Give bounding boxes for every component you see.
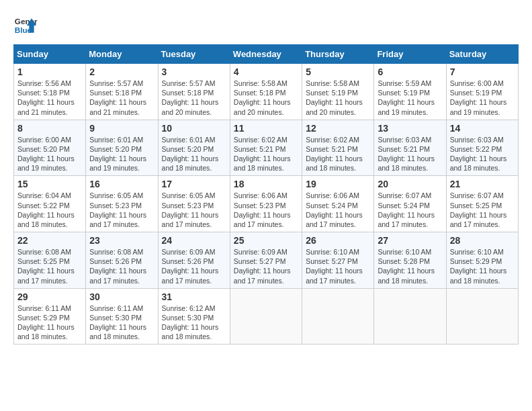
day-number: 27 bbox=[378, 235, 442, 246]
calendar-cell: 5Sunrise: 5:58 AMSunset: 5:19 PMDaylight… bbox=[302, 64, 374, 120]
day-number: 18 bbox=[234, 179, 298, 189]
day-info: Sunrise: 6:04 AMSunset: 5:22 PMDaylight:… bbox=[17, 191, 82, 229]
day-info: Sunrise: 6:08 AMSunset: 5:26 PMDaylight:… bbox=[89, 247, 154, 285]
day-info: Sunrise: 6:02 AMSunset: 5:21 PMDaylight:… bbox=[306, 135, 370, 173]
calendar-cell bbox=[446, 288, 518, 345]
calendar-cell: 13Sunrise: 6:03 AMSunset: 5:21 PMDayligh… bbox=[374, 120, 446, 176]
calendar-cell: 24Sunrise: 6:09 AMSunset: 5:26 PMDayligh… bbox=[158, 232, 230, 289]
day-info: Sunrise: 5:58 AMSunset: 5:19 PMDaylight:… bbox=[306, 79, 370, 117]
day-info: Sunrise: 6:01 AMSunset: 5:20 PMDaylight:… bbox=[89, 135, 154, 173]
calendar-cell: 18Sunrise: 6:06 AMSunset: 5:23 PMDayligh… bbox=[230, 176, 302, 232]
day-number: 3 bbox=[162, 66, 226, 77]
day-info: Sunrise: 6:10 AMSunset: 5:28 PMDaylight:… bbox=[378, 247, 442, 285]
day-info: Sunrise: 6:07 AMSunset: 5:24 PMDaylight:… bbox=[378, 191, 442, 229]
day-number: 15 bbox=[17, 179, 82, 189]
calendar-week-row: 29Sunrise: 6:11 AMSunset: 5:29 PMDayligh… bbox=[14, 288, 519, 345]
calendar-cell: 17Sunrise: 6:05 AMSunset: 5:23 PMDayligh… bbox=[158, 176, 230, 232]
day-info: Sunrise: 6:03 AMSunset: 5:22 PMDaylight:… bbox=[450, 135, 515, 173]
day-info: Sunrise: 5:57 AMSunset: 5:18 PMDaylight:… bbox=[89, 79, 154, 117]
calendar-cell: 22Sunrise: 6:08 AMSunset: 5:25 PMDayligh… bbox=[14, 232, 86, 289]
calendar-cell: 26Sunrise: 6:10 AMSunset: 5:27 PMDayligh… bbox=[302, 232, 374, 289]
column-header-saturday: Saturday bbox=[446, 45, 518, 64]
day-info: Sunrise: 6:06 AMSunset: 5:23 PMDaylight:… bbox=[234, 191, 298, 229]
logo: General Blue bbox=[13, 13, 38, 38]
day-number: 23 bbox=[89, 235, 154, 246]
calendar-cell: 21Sunrise: 6:07 AMSunset: 5:25 PMDayligh… bbox=[446, 176, 518, 232]
calendar-week-row: 1Sunrise: 5:56 AMSunset: 5:18 PMDaylight… bbox=[14, 64, 519, 120]
calendar-week-row: 8Sunrise: 6:00 AMSunset: 5:20 PMDaylight… bbox=[14, 120, 519, 176]
column-header-tuesday: Tuesday bbox=[158, 45, 230, 64]
calendar-cell: 9Sunrise: 6:01 AMSunset: 5:20 PMDaylight… bbox=[86, 120, 158, 176]
day-number: 16 bbox=[89, 179, 154, 189]
day-info: Sunrise: 6:09 AMSunset: 5:27 PMDaylight:… bbox=[234, 247, 298, 285]
calendar-header-row: SundayMondayTuesdayWednesdayThursdayFrid… bbox=[14, 45, 519, 64]
day-info: Sunrise: 6:02 AMSunset: 5:21 PMDaylight:… bbox=[234, 135, 298, 173]
column-header-friday: Friday bbox=[374, 45, 446, 64]
calendar: SundayMondayTuesdayWednesdayThursdayFrid… bbox=[13, 44, 519, 345]
day-number: 26 bbox=[306, 235, 370, 246]
calendar-cell: 8Sunrise: 6:00 AMSunset: 5:20 PMDaylight… bbox=[14, 120, 86, 176]
day-number: 24 bbox=[162, 235, 226, 246]
day-number: 22 bbox=[17, 235, 82, 246]
calendar-cell: 23Sunrise: 6:08 AMSunset: 5:26 PMDayligh… bbox=[86, 232, 158, 289]
day-number: 1 bbox=[17, 66, 82, 77]
calendar-cell: 14Sunrise: 6:03 AMSunset: 5:22 PMDayligh… bbox=[446, 120, 518, 176]
day-info: Sunrise: 6:11 AMSunset: 5:29 PMDaylight:… bbox=[17, 304, 82, 342]
calendar-cell: 31Sunrise: 6:12 AMSunset: 5:30 PMDayligh… bbox=[158, 288, 230, 345]
calendar-cell: 7Sunrise: 6:00 AMSunset: 5:19 PMDaylight… bbox=[446, 64, 518, 120]
day-info: Sunrise: 6:05 AMSunset: 5:23 PMDaylight:… bbox=[162, 191, 226, 229]
day-number: 13 bbox=[378, 123, 442, 134]
calendar-cell: 10Sunrise: 6:01 AMSunset: 5:20 PMDayligh… bbox=[158, 120, 230, 176]
calendar-week-row: 15Sunrise: 6:04 AMSunset: 5:22 PMDayligh… bbox=[14, 176, 519, 232]
calendar-cell: 29Sunrise: 6:11 AMSunset: 5:29 PMDayligh… bbox=[14, 288, 86, 345]
day-number: 28 bbox=[450, 235, 515, 246]
calendar-cell: 20Sunrise: 6:07 AMSunset: 5:24 PMDayligh… bbox=[374, 176, 446, 232]
calendar-cell: 16Sunrise: 6:05 AMSunset: 5:23 PMDayligh… bbox=[86, 176, 158, 232]
calendar-cell bbox=[230, 288, 302, 345]
day-number: 12 bbox=[306, 123, 370, 134]
calendar-week-row: 22Sunrise: 6:08 AMSunset: 5:25 PMDayligh… bbox=[14, 232, 519, 289]
calendar-cell: 2Sunrise: 5:57 AMSunset: 5:18 PMDaylight… bbox=[86, 64, 158, 120]
calendar-cell: 4Sunrise: 5:58 AMSunset: 5:18 PMDaylight… bbox=[230, 64, 302, 120]
calendar-cell: 11Sunrise: 6:02 AMSunset: 5:21 PMDayligh… bbox=[230, 120, 302, 176]
day-number: 25 bbox=[234, 235, 298, 246]
column-header-monday: Monday bbox=[86, 45, 158, 64]
day-number: 9 bbox=[89, 123, 154, 134]
day-number: 20 bbox=[378, 179, 442, 189]
day-info: Sunrise: 6:01 AMSunset: 5:20 PMDaylight:… bbox=[162, 135, 226, 173]
day-info: Sunrise: 6:00 AMSunset: 5:19 PMDaylight:… bbox=[450, 79, 515, 117]
calendar-cell: 15Sunrise: 6:04 AMSunset: 5:22 PMDayligh… bbox=[14, 176, 86, 232]
day-info: Sunrise: 6:10 AMSunset: 5:27 PMDaylight:… bbox=[306, 247, 370, 285]
day-info: Sunrise: 5:59 AMSunset: 5:19 PMDaylight:… bbox=[378, 79, 442, 117]
calendar-cell: 25Sunrise: 6:09 AMSunset: 5:27 PMDayligh… bbox=[230, 232, 302, 289]
calendar-cell: 12Sunrise: 6:02 AMSunset: 5:21 PMDayligh… bbox=[302, 120, 374, 176]
calendar-cell: 1Sunrise: 5:56 AMSunset: 5:18 PMDaylight… bbox=[14, 64, 86, 120]
calendar-cell bbox=[374, 288, 446, 345]
day-info: Sunrise: 6:07 AMSunset: 5:25 PMDaylight:… bbox=[450, 191, 515, 229]
day-info: Sunrise: 6:06 AMSunset: 5:24 PMDaylight:… bbox=[306, 191, 370, 229]
day-number: 30 bbox=[89, 291, 154, 302]
day-number: 14 bbox=[450, 123, 515, 134]
day-number: 6 bbox=[378, 66, 442, 77]
day-number: 11 bbox=[234, 123, 298, 134]
day-number: 19 bbox=[306, 179, 370, 189]
day-info: Sunrise: 6:03 AMSunset: 5:21 PMDaylight:… bbox=[378, 135, 442, 173]
calendar-cell: 3Sunrise: 5:57 AMSunset: 5:18 PMDaylight… bbox=[158, 64, 230, 120]
column-header-thursday: Thursday bbox=[302, 45, 374, 64]
day-info: Sunrise: 6:00 AMSunset: 5:20 PMDaylight:… bbox=[17, 135, 82, 173]
day-number: 7 bbox=[450, 66, 515, 77]
day-info: Sunrise: 6:11 AMSunset: 5:30 PMDaylight:… bbox=[89, 304, 154, 342]
day-info: Sunrise: 6:12 AMSunset: 5:30 PMDaylight:… bbox=[162, 304, 226, 342]
day-info: Sunrise: 5:58 AMSunset: 5:18 PMDaylight:… bbox=[234, 79, 298, 117]
logo-icon: General Blue bbox=[13, 13, 38, 38]
column-header-sunday: Sunday bbox=[14, 45, 86, 64]
calendar-cell: 6Sunrise: 5:59 AMSunset: 5:19 PMDaylight… bbox=[374, 64, 446, 120]
calendar-cell: 28Sunrise: 6:10 AMSunset: 5:29 PMDayligh… bbox=[446, 232, 518, 289]
day-number: 8 bbox=[17, 123, 82, 134]
calendar-cell: 27Sunrise: 6:10 AMSunset: 5:28 PMDayligh… bbox=[374, 232, 446, 289]
day-info: Sunrise: 6:08 AMSunset: 5:25 PMDaylight:… bbox=[17, 247, 82, 285]
day-number: 29 bbox=[17, 291, 82, 302]
day-number: 2 bbox=[89, 66, 154, 77]
calendar-cell: 19Sunrise: 6:06 AMSunset: 5:24 PMDayligh… bbox=[302, 176, 374, 232]
calendar-cell: 30Sunrise: 6:11 AMSunset: 5:30 PMDayligh… bbox=[86, 288, 158, 345]
